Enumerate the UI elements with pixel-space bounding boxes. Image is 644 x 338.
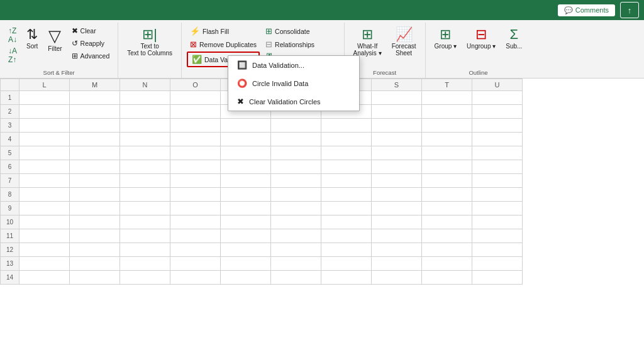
cell[interactable]: [70, 188, 120, 202]
cell[interactable]: [120, 174, 170, 188]
cell[interactable]: [120, 105, 170, 119]
cell[interactable]: [19, 105, 70, 119]
table-row[interactable]: 9: [1, 202, 523, 215]
consolidate-button[interactable]: ⊞ Consolidate: [262, 25, 339, 37]
cell[interactable]: [70, 202, 120, 215]
cell[interactable]: [70, 257, 120, 271]
table-row[interactable]: 14: [1, 271, 523, 285]
cell[interactable]: [372, 257, 422, 271]
cell[interactable]: [170, 105, 221, 119]
cell[interactable]: [19, 146, 70, 160]
cell[interactable]: [472, 133, 523, 146]
cell[interactable]: [19, 257, 70, 271]
cell[interactable]: [321, 174, 372, 188]
cell[interactable]: [19, 215, 70, 229]
cell[interactable]: [19, 243, 70, 257]
cell[interactable]: [372, 243, 422, 257]
cell[interactable]: [321, 160, 372, 174]
cell[interactable]: [321, 257, 372, 271]
cell[interactable]: [321, 202, 372, 215]
cell[interactable]: [170, 160, 221, 174]
cell[interactable]: [70, 160, 120, 174]
cell[interactable]: [372, 188, 422, 202]
cell[interactable]: [120, 146, 170, 160]
cell[interactable]: [321, 243, 372, 257]
cell[interactable]: [372, 229, 422, 243]
cell[interactable]: [321, 215, 372, 229]
cell[interactable]: [70, 119, 120, 133]
clear-button[interactable]: ✖ Clear: [69, 25, 113, 36]
cell[interactable]: [472, 271, 523, 285]
cell[interactable]: [271, 202, 321, 215]
cell[interactable]: [19, 160, 70, 174]
cell[interactable]: [70, 174, 120, 188]
cell[interactable]: [422, 133, 472, 146]
table-row[interactable]: 7: [1, 174, 523, 188]
cell[interactable]: [120, 119, 170, 133]
cell[interactable]: [271, 215, 321, 229]
cell[interactable]: [221, 188, 271, 202]
cell[interactable]: [321, 133, 372, 146]
cell[interactable]: [422, 119, 472, 133]
cell[interactable]: [170, 202, 221, 215]
cell[interactable]: [170, 215, 221, 229]
cell[interactable]: [120, 202, 170, 215]
sort-button[interactable]: ⇅ Sort: [23, 25, 42, 51]
cell[interactable]: [170, 257, 221, 271]
cell[interactable]: [170, 271, 221, 285]
reapply-button[interactable]: ↺ Reapply: [69, 38, 113, 49]
cell[interactable]: [221, 174, 271, 188]
cell[interactable]: [19, 188, 70, 202]
cell[interactable]: [321, 229, 372, 243]
cell[interactable]: [19, 133, 70, 146]
cell[interactable]: [19, 202, 70, 215]
cell[interactable]: [271, 188, 321, 202]
cell[interactable]: [271, 243, 321, 257]
cell[interactable]: [422, 257, 472, 271]
cell[interactable]: [472, 119, 523, 133]
cell[interactable]: [271, 271, 321, 285]
sort-za-button[interactable]: ↓AZ↑: [5, 45, 20, 65]
cell[interactable]: [120, 229, 170, 243]
cell[interactable]: [271, 160, 321, 174]
cell[interactable]: [372, 146, 422, 160]
cell[interactable]: [70, 146, 120, 160]
flash-fill-button[interactable]: ⚡ Flash Fill: [187, 25, 260, 37]
cell[interactable]: [70, 229, 120, 243]
sort-az-button[interactable]: ↑ZA↓: [5, 25, 20, 45]
cell[interactable]: [19, 271, 70, 285]
table-row[interactable]: 13: [1, 257, 523, 271]
cell[interactable]: [120, 91, 170, 105]
cell[interactable]: [19, 119, 70, 133]
cell[interactable]: [472, 174, 523, 188]
cell[interactable]: [422, 174, 472, 188]
dv-option-data-validation[interactable]: 🔲 Data Validation...: [228, 56, 359, 74]
cell[interactable]: [70, 133, 120, 146]
cell[interactable]: [170, 243, 221, 257]
table-row[interactable]: 5: [1, 146, 523, 160]
cell[interactable]: [422, 243, 472, 257]
cell[interactable]: [19, 229, 70, 243]
table-row[interactable]: 10: [1, 215, 523, 229]
table-row[interactable]: 3: [1, 119, 523, 133]
cell[interactable]: [170, 174, 221, 188]
cell[interactable]: [170, 133, 221, 146]
cell[interactable]: [221, 257, 271, 271]
cell[interactable]: [472, 229, 523, 243]
cell[interactable]: [170, 91, 221, 105]
cell[interactable]: [422, 160, 472, 174]
cell[interactable]: [70, 215, 120, 229]
cell[interactable]: [422, 91, 472, 105]
cell[interactable]: [120, 133, 170, 146]
cell[interactable]: [422, 202, 472, 215]
cell[interactable]: [271, 146, 321, 160]
cell[interactable]: [120, 243, 170, 257]
forecast-sheet-button[interactable]: 📈 ForecastSheet: [388, 25, 420, 58]
text-to-columns-button[interactable]: ⊞| Text toText to Columns: [123, 25, 176, 58]
cell[interactable]: [372, 271, 422, 285]
cell[interactable]: [70, 105, 120, 119]
cell[interactable]: [321, 271, 372, 285]
cell[interactable]: [120, 271, 170, 285]
cell[interactable]: [120, 160, 170, 174]
cell[interactable]: [221, 229, 271, 243]
